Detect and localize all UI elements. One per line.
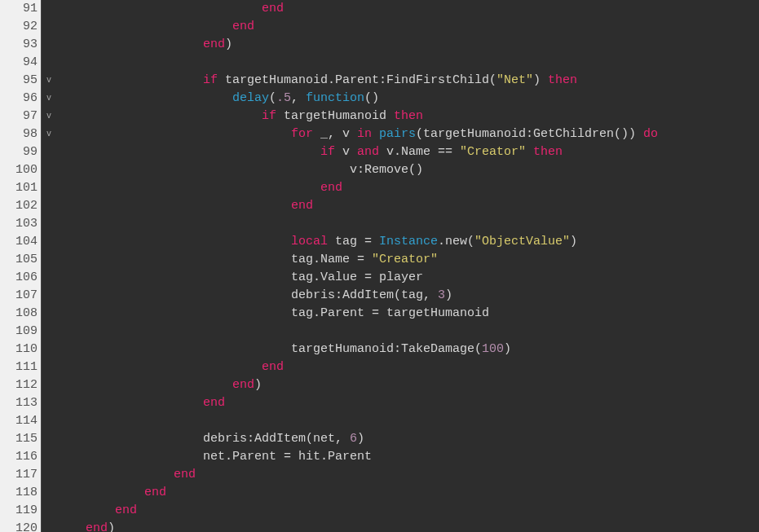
code-line[interactable]: end bbox=[56, 179, 759, 197]
code-line[interactable] bbox=[56, 215, 759, 233]
fold-marker bbox=[42, 323, 56, 341]
code-line[interactable]: if targetHumanoid then bbox=[56, 108, 759, 125]
fold-marker[interactable]: v bbox=[42, 72, 56, 90]
code-line[interactable]: debris:AddItem(tag, 3) bbox=[56, 287, 759, 305]
token-id: v bbox=[342, 145, 357, 159]
code-line[interactable]: if targetHumanoid.Parent:FindFirstChild(… bbox=[56, 72, 759, 90]
token-id: tag.Name = bbox=[291, 253, 372, 266]
line-number: 118 bbox=[8, 484, 38, 502]
token-op: ) bbox=[254, 378, 262, 392]
line-number: 97 bbox=[8, 108, 38, 125]
fold-marker bbox=[42, 358, 56, 376]
fold-marker bbox=[42, 179, 56, 197]
code-line[interactable]: end bbox=[56, 502, 759, 520]
fold-marker bbox=[42, 54, 56, 72]
line-number: 100 bbox=[8, 161, 38, 179]
token-kw: end bbox=[320, 181, 342, 195]
code-line[interactable]: targetHumanoid:TakeDamage(100) bbox=[56, 341, 759, 358]
token-id: ) bbox=[504, 342, 511, 356]
fold-marker bbox=[42, 412, 56, 430]
code-line[interactable] bbox=[56, 412, 759, 430]
code-line[interactable] bbox=[56, 54, 759, 72]
fold-marker bbox=[42, 287, 56, 305]
code-line[interactable]: end) bbox=[56, 36, 759, 54]
code-line[interactable] bbox=[56, 323, 759, 341]
code-area[interactable]: endendend) if targetHumanoid.Parent:Find… bbox=[56, 0, 759, 532]
token-fn: delay bbox=[232, 91, 269, 105]
code-line[interactable]: end) bbox=[56, 520, 759, 532]
token-kw: then bbox=[548, 73, 577, 87]
token-kw: and bbox=[357, 145, 386, 159]
code-line[interactable]: end bbox=[56, 197, 759, 215]
code-line[interactable]: end bbox=[56, 0, 759, 18]
code-line[interactable]: end bbox=[56, 394, 759, 412]
fold-marker bbox=[42, 0, 56, 18]
token-kw: end bbox=[203, 37, 225, 51]
code-line[interactable]: v:Remove() bbox=[56, 161, 759, 179]
fold-column[interactable]: vvvv bbox=[42, 0, 56, 532]
code-line[interactable]: tag.Parent = targetHumanoid bbox=[56, 305, 759, 323]
token-op: ) bbox=[108, 521, 115, 532]
code-line[interactable]: tag.Name = "Creator" bbox=[56, 251, 759, 269]
code-line[interactable]: tag.Value = player bbox=[56, 269, 759, 287]
fold-marker bbox=[42, 341, 56, 358]
code-line[interactable]: end bbox=[56, 18, 759, 36]
code-line[interactable]: end bbox=[56, 484, 759, 502]
token-kw: then bbox=[533, 145, 563, 159]
token-kw: end bbox=[174, 468, 196, 481]
token-op: ) bbox=[225, 37, 232, 51]
line-number: 116 bbox=[8, 448, 38, 466]
code-line[interactable]: local tag = Instance.new("ObjectValue") bbox=[56, 233, 759, 251]
code-line[interactable]: end) bbox=[56, 376, 759, 394]
token-num: 6 bbox=[350, 432, 357, 446]
line-number: 105 bbox=[8, 251, 38, 269]
token-id: targetHumanoid:TakeDamage( bbox=[291, 342, 482, 356]
code-line[interactable]: end bbox=[56, 466, 759, 484]
token-kw: end bbox=[262, 360, 284, 374]
token-kw: if bbox=[203, 73, 225, 87]
token-id: tag.Parent = targetHumanoid bbox=[291, 306, 489, 320]
fold-marker bbox=[42, 18, 56, 36]
code-line[interactable]: net.Parent = hit.Parent bbox=[56, 448, 759, 466]
code-line[interactable]: for _, v in pairs(targetHumanoid:GetChil… bbox=[56, 125, 759, 143]
token-id: ) bbox=[570, 235, 577, 248]
token-kw: then bbox=[394, 109, 423, 123]
fold-marker[interactable]: v bbox=[42, 90, 56, 108]
token-id: _, v bbox=[320, 127, 357, 141]
fold-marker bbox=[42, 484, 56, 502]
token-kw: end bbox=[144, 486, 166, 499]
fold-marker bbox=[42, 520, 56, 532]
line-number: 99 bbox=[8, 143, 38, 161]
token-id: targetHumanoid bbox=[284, 109, 394, 123]
line-number: 108 bbox=[8, 305, 38, 323]
fold-marker bbox=[42, 233, 56, 251]
code-line[interactable]: delay(.5, function() bbox=[56, 90, 759, 108]
token-num: 100 bbox=[482, 342, 504, 356]
token-kw: end bbox=[203, 396, 225, 410]
line-number: 93 bbox=[8, 36, 38, 54]
token-id: targetHumanoid.Parent:FindFirstChild( bbox=[225, 73, 496, 87]
line-number: 112 bbox=[8, 376, 38, 394]
line-number: 113 bbox=[8, 394, 38, 412]
fold-marker bbox=[42, 376, 56, 394]
fold-marker bbox=[42, 448, 56, 466]
token-kw: end bbox=[86, 521, 108, 532]
token-op: , bbox=[291, 91, 306, 105]
code-line[interactable]: end bbox=[56, 358, 759, 376]
code-editor[interactable]: 9192939495969798991001011021031041051061… bbox=[0, 0, 759, 532]
token-num: .5 bbox=[276, 91, 291, 105]
code-line[interactable]: debris:AddItem(net, 6) bbox=[56, 430, 759, 448]
line-number: 102 bbox=[8, 197, 38, 215]
fold-marker bbox=[42, 466, 56, 484]
line-number: 98 bbox=[8, 125, 38, 143]
line-number: 91 bbox=[8, 0, 38, 18]
line-number: 103 bbox=[8, 215, 38, 233]
fold-marker[interactable]: v bbox=[42, 125, 56, 143]
code-line[interactable]: if v and v.Name == "Creator" then bbox=[56, 143, 759, 161]
fold-marker[interactable]: v bbox=[42, 108, 56, 125]
token-id: (targetHumanoid:GetChildren()) bbox=[416, 127, 643, 141]
line-number: 109 bbox=[8, 323, 38, 341]
token-fn: Instance bbox=[379, 235, 438, 248]
line-number: 110 bbox=[8, 341, 38, 358]
token-str: "Creator" bbox=[460, 145, 526, 159]
